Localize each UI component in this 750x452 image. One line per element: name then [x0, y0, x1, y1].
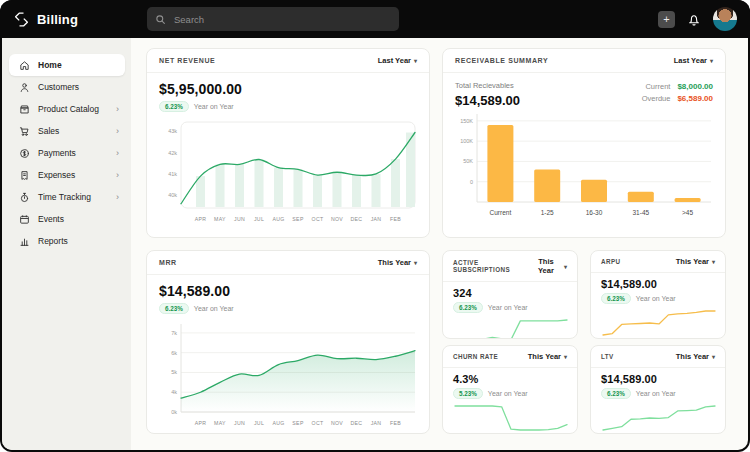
chevron-right-icon: › [116, 149, 119, 158]
card-title: ARPU [601, 258, 620, 265]
churn-rate-range-select[interactable]: This Year ▾ [528, 352, 567, 361]
ltv-sparkline [601, 403, 717, 433]
net-revenue-card: NET REVENUE Last Year ▾ $5,95,000.00 6.2… [146, 48, 430, 238]
svg-text:1-25: 1-25 [541, 209, 554, 216]
topbar: Billing + [0, 0, 750, 38]
receivable-range-select[interactable]: Last Year ▾ [674, 56, 713, 65]
sidebar-item-events[interactable]: Events [9, 208, 125, 230]
yoy-label: Year on Year [194, 103, 234, 110]
arpu-sparkline [601, 308, 717, 338]
chevron-right-icon: › [116, 127, 119, 136]
svg-text:MAY: MAY [214, 216, 226, 222]
svg-text:SEP: SEP [292, 216, 304, 222]
sidebar-nav: HomeCustomersProduct Catalog›Sales›Payme… [9, 54, 125, 252]
bottom-cards-row: MRR This Year ▾ $14,589.00 6.23% Year on… [146, 250, 726, 434]
svg-text:100K: 100K [460, 138, 473, 144]
sidebar-item-reports[interactable]: Reports [9, 230, 125, 252]
range-value: This Year [378, 258, 411, 267]
sidebar-item-label: Customers [38, 82, 79, 92]
payments-icon [19, 148, 30, 159]
add-button[interactable]: + [658, 11, 675, 28]
svg-text:0: 0 [470, 179, 473, 185]
svg-text:AUG: AUG [272, 216, 284, 222]
svg-text:SEP: SEP [292, 420, 304, 426]
sidebar-item-customers[interactable]: Customers [9, 76, 125, 98]
card-title: LTV [601, 353, 614, 360]
svg-text:OCT: OCT [312, 420, 324, 426]
yoy-badge: 6.23% [601, 388, 631, 399]
current-label: Current [645, 82, 670, 91]
svg-text:5k: 5k [171, 369, 177, 375]
range-value: This Year [528, 352, 561, 361]
ltv-range-select[interactable]: This Year ▾ [676, 352, 715, 361]
search-bar[interactable] [147, 7, 399, 31]
range-value: This Year [531, 257, 561, 275]
churn-rate-card: CHURN RATE This Year ▾ 4.3% 5.23% Year o… [442, 345, 578, 434]
time-tracking-icon [19, 192, 30, 203]
range-value: This Year [676, 352, 709, 361]
ltv-value: $14,589.00 [601, 373, 715, 385]
home-icon [19, 60, 30, 71]
chevron-down-icon: ▾ [710, 57, 713, 64]
svg-text:150K: 150K [460, 118, 473, 124]
card-title: RECEIVABLE SUMMARY [455, 57, 548, 64]
arpu-range-select[interactable]: This Year ▾ [676, 257, 715, 266]
chevron-down-icon: ▾ [712, 258, 715, 265]
yoy-badge: 6.23% [159, 303, 189, 314]
svg-text:>45: >45 [682, 209, 693, 216]
range-value: Last Year [378, 56, 411, 65]
svg-text:50K: 50K [463, 158, 473, 164]
svg-text:JUL: JUL [254, 216, 264, 222]
sidebar-item-label: Events [38, 214, 64, 224]
mrr-card: MRR This Year ▾ $14,589.00 6.23% Year on… [146, 250, 430, 434]
brand: Billing [13, 11, 140, 28]
sidebar-item-expenses[interactable]: Expenses› [9, 164, 125, 186]
chevron-down-icon: ▾ [414, 259, 417, 266]
svg-text:NOV: NOV [331, 216, 343, 222]
svg-text:JAN: JAN [371, 420, 382, 426]
net-revenue-value: $5,95,000.00 [159, 81, 417, 97]
user-avatar[interactable] [713, 7, 737, 31]
sidebar-item-payments[interactable]: Payments› [9, 142, 125, 164]
search-icon [155, 14, 166, 25]
yoy-label: Year on Year [636, 295, 676, 302]
sidebar-item-home[interactable]: Home [9, 54, 125, 76]
churn-rate-value: 4.3% [453, 373, 567, 385]
svg-text:JUL: JUL [254, 420, 264, 426]
mrr-value: $14,589.00 [159, 283, 417, 299]
active-subscriptions-range-select[interactable]: This Year ▾ [531, 257, 567, 275]
sales-cart-icon [19, 126, 30, 137]
sidebar-item-time-tracking[interactable]: Time Tracking› [9, 186, 125, 208]
active-subscriptions-sparkline [453, 317, 569, 339]
total-receivables-label: Total Recievables [455, 81, 520, 90]
sidebar-item-product-catalog[interactable]: Product Catalog› [9, 98, 125, 120]
svg-text:DEC: DEC [351, 420, 363, 426]
customers-icon [19, 82, 30, 93]
overdue-value: $6,589.00 [677, 94, 713, 103]
search-input[interactable] [172, 13, 391, 26]
svg-text:42k: 42k [168, 150, 177, 156]
svg-text:OCT: OCT [312, 216, 324, 222]
sidebar: HomeCustomersProduct Catalog›Sales›Payme… [2, 38, 131, 450]
main-content: NET REVENUE Last Year ▾ $5,95,000.00 6.2… [131, 38, 748, 450]
expenses-icon [19, 170, 30, 181]
chevron-down-icon: ▾ [414, 57, 417, 64]
net-revenue-range-select[interactable]: Last Year ▾ [378, 56, 417, 65]
kpi-grid: ACTIVE SUBSCRIPTIONS This Year ▾ 324 6.2… [442, 250, 726, 434]
current-value: $8,000.00 [677, 82, 713, 91]
svg-text:FEB: FEB [390, 216, 401, 222]
sidebar-item-sales[interactable]: Sales› [9, 120, 125, 142]
yoy-badge: 6.23% [453, 302, 483, 313]
top-cards-row: NET REVENUE Last Year ▾ $5,95,000.00 6.2… [146, 48, 726, 238]
notifications-bell-icon[interactable] [687, 12, 701, 27]
yoy-label: Year on Year [194, 305, 234, 312]
svg-text:43k: 43k [168, 128, 177, 134]
svg-text:16-30: 16-30 [586, 209, 603, 216]
svg-text:JUN: JUN [234, 420, 245, 426]
product-catalog-icon [19, 104, 30, 115]
churn-rate-sparkline [453, 403, 569, 433]
sidebar-item-label: Time Tracking [38, 192, 91, 202]
mrr-range-select[interactable]: This Year ▾ [378, 258, 417, 267]
yoy-label: Year on Year [488, 390, 528, 397]
yoy-label: Year on Year [636, 390, 676, 397]
